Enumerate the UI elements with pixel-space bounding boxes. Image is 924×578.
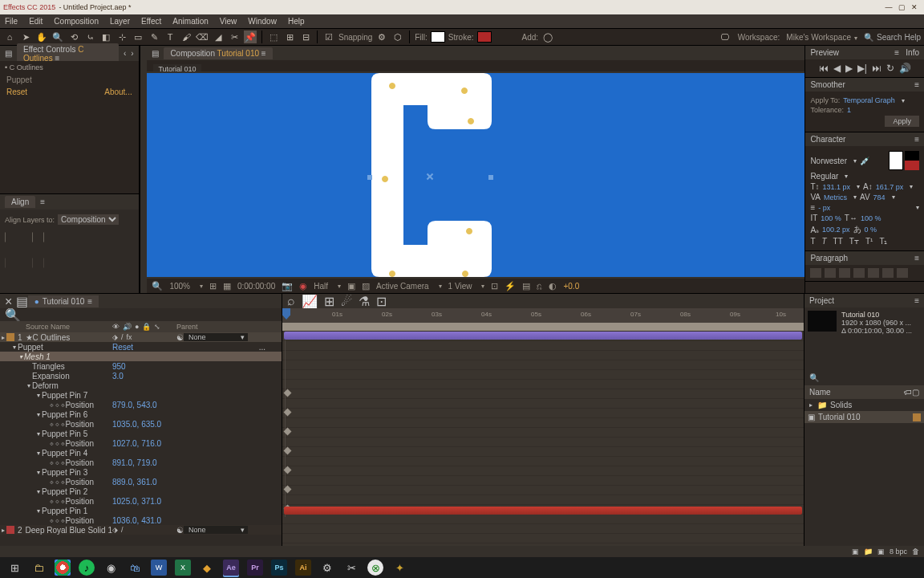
pickwhip-icon[interactable]: ☯ <box>176 526 184 535</box>
store-icon[interactable]: 🛍 <box>127 560 143 576</box>
name-column[interactable]: Name <box>809 388 831 397</box>
keyframe-icon[interactable] <box>284 389 292 397</box>
justify-right-icon[interactable] <box>882 268 894 278</box>
puppet-pin-row[interactable]: ▾Puppet Pin 2 <box>0 486 282 496</box>
camera-select[interactable]: Active Camera <box>376 282 429 291</box>
panel-grip-icon[interactable]: ▤ <box>5 49 12 58</box>
last-frame-icon[interactable]: ⏭ <box>872 63 881 74</box>
menu-view[interactable]: View <box>220 17 237 26</box>
superscript-icon[interactable]: T¹ <box>865 237 873 246</box>
magnify-icon[interactable]: 🔍 <box>152 281 163 291</box>
position-row[interactable]: ⟐ ◇ ⟐ Position1027.0, 716.0 <box>0 438 282 448</box>
premiere-icon[interactable]: Pr <box>247 560 263 576</box>
preview-tab[interactable]: Preview <box>810 48 839 57</box>
keyframe-icon[interactable] <box>284 486 292 494</box>
applyto-value[interactable]: Temporal Graph <box>843 96 895 104</box>
keyframe-icon[interactable] <box>284 409 292 417</box>
region-icon[interactable]: ▣ <box>347 281 355 291</box>
local-axis-icon[interactable]: ⬚ <box>267 31 280 43</box>
shy-icon[interactable]: ⤡ <box>154 323 160 331</box>
new-comp-icon[interactable]: ▣ <box>877 547 885 556</box>
position-row[interactable]: ⟐ ◇ ⟐ Position891.0, 719.0 <box>0 458 282 467</box>
project-folder[interactable]: ▸📁Solids <box>804 399 924 411</box>
interpret-icon[interactable]: ▣ <box>852 547 859 556</box>
position-row[interactable]: ⟐ ◇ ⟐ Position1036.0, 431.0 <box>0 515 282 525</box>
home-icon[interactable]: ⌂ <box>3 31 16 43</box>
smoother-tab[interactable]: Smoother <box>810 80 845 89</box>
photoshop-icon[interactable]: Ps <box>271 560 287 576</box>
workspace-value[interactable]: Mike's Workspace▾ <box>786 33 857 42</box>
illustrator-icon[interactable]: Ai <box>295 560 311 576</box>
panel-nav-right-icon[interactable]: › <box>131 49 133 58</box>
dist-left-icon[interactable]: ⎸ <box>5 257 16 268</box>
prop-row[interactable]: Triangles950 <box>0 361 282 371</box>
col-parent[interactable]: Parent <box>176 323 198 331</box>
solo-icon[interactable]: ● <box>135 323 139 331</box>
position-row[interactable]: ⟐ ◇ ⟐ Position1025.0, 371.0 <box>0 496 282 506</box>
font-style[interactable]: Regular <box>810 172 838 181</box>
project-item[interactable]: ▣Tutorial 010 <box>804 411 924 423</box>
brush-tool-icon[interactable]: 🖌 <box>180 31 192 43</box>
rotate-tool-icon[interactable]: ⤿ <box>83 31 96 43</box>
roto-tool-icon[interactable]: ✂ <box>228 31 241 43</box>
position-row[interactable]: ⟐ ◇ ⟐ Position889.0, 361.0 <box>0 477 282 486</box>
puppet-pin-row[interactable]: ▾Puppet Pin 1 <box>0 506 282 515</box>
fx-reset-link[interactable]: Reset <box>6 88 27 96</box>
font-size[interactable]: 131.1 px <box>823 183 851 191</box>
bpc-label[interactable]: 8 bpc <box>890 547 907 556</box>
snap-opt-icon[interactable]: ⚙ <box>375 31 388 43</box>
justify-left-icon[interactable] <box>853 268 865 278</box>
position-row[interactable]: ⟐ ◇ ⟐ Position1035.0, 635.0 <box>0 419 282 429</box>
eyedropper-icon[interactable]: 💉 <box>860 157 869 165</box>
app-icon[interactable]: ◆ <box>199 560 215 576</box>
kerning-value[interactable]: Metrics <box>824 193 847 201</box>
hand-tool-icon[interactable]: ✋ <box>35 31 48 43</box>
keyframe-icon[interactable] <box>284 447 292 455</box>
after-effects-icon[interactable]: Ae <box>223 560 239 576</box>
stroke-swatch[interactable] <box>477 31 492 43</box>
timeline-tracks[interactable] <box>282 331 804 563</box>
word-icon[interactable]: W <box>151 560 167 576</box>
align-right-p-icon[interactable] <box>839 268 850 278</box>
puppet-pin-row[interactable]: ▾Puppet Pin 7 <box>0 390 282 400</box>
paragraph-tab[interactable]: Paragraph <box>810 254 848 263</box>
stroke-unit[interactable]: - px <box>818 204 830 212</box>
dist-center-icon[interactable]: ⎹ <box>24 257 35 268</box>
excel-icon[interactable]: X <box>175 560 191 576</box>
composition-canvas[interactable] <box>147 73 804 277</box>
tl-options-icon[interactable]: ⊡ <box>376 294 387 309</box>
tl-zoom-icon[interactable]: ⌕ <box>287 294 295 308</box>
mute-icon[interactable]: 🔊 <box>899 63 911 74</box>
pickwhip-icon[interactable]: ☯ <box>176 333 184 342</box>
text-tool-icon[interactable]: T <box>164 31 176 43</box>
rect-tool-icon[interactable]: ▭ <box>132 31 144 43</box>
justify-center-icon[interactable] <box>868 268 879 278</box>
italic-icon[interactable]: T <box>822 237 827 246</box>
menu-window[interactable]: Window <box>248 17 277 26</box>
menu-animation[interactable]: Animation <box>172 17 208 26</box>
font-family[interactable]: Norwester <box>810 157 847 165</box>
search-icon[interactable]: 🔍 <box>5 307 21 323</box>
snapshot-icon[interactable]: 📷 <box>282 281 293 291</box>
tl-frame-blend-icon[interactable]: ⊞ <box>324 294 334 309</box>
zoom-tool-icon[interactable]: 🔍 <box>51 31 64 43</box>
spotify-icon[interactable]: ♪ <box>79 560 95 576</box>
lock-icon[interactable]: 🔒 <box>142 323 151 331</box>
character-tab[interactable]: Character <box>810 135 845 144</box>
selection-tool-icon[interactable]: ➤ <box>19 31 32 43</box>
align-target-select[interactable]: Composition <box>58 214 119 225</box>
tolerance-value[interactable]: 1 <box>847 106 851 114</box>
resolution-icon[interactable]: ⊞ <box>209 281 217 291</box>
steam-icon[interactable]: ◉ <box>103 560 119 576</box>
exposure-reset-icon[interactable]: ◐ <box>549 281 557 291</box>
resolution-value[interactable]: Half <box>314 282 328 291</box>
current-time-indicator[interactable] <box>282 308 290 320</box>
flowchart-icon[interactable]: ⎌ <box>537 281 542 291</box>
puppet-pin-row[interactable]: ▾Puppet Pin 4 <box>0 448 282 458</box>
snap-check-icon[interactable]: ☑ <box>322 31 335 43</box>
trash-icon[interactable]: 🗑 <box>912 547 919 556</box>
timeline-tab[interactable]: ●Tutorial 010 ≡ <box>28 295 99 307</box>
audio-icon[interactable]: 🔊 <box>123 323 132 331</box>
align-tab[interactable]: Align <box>5 196 35 208</box>
chrome-icon[interactable] <box>55 560 71 576</box>
